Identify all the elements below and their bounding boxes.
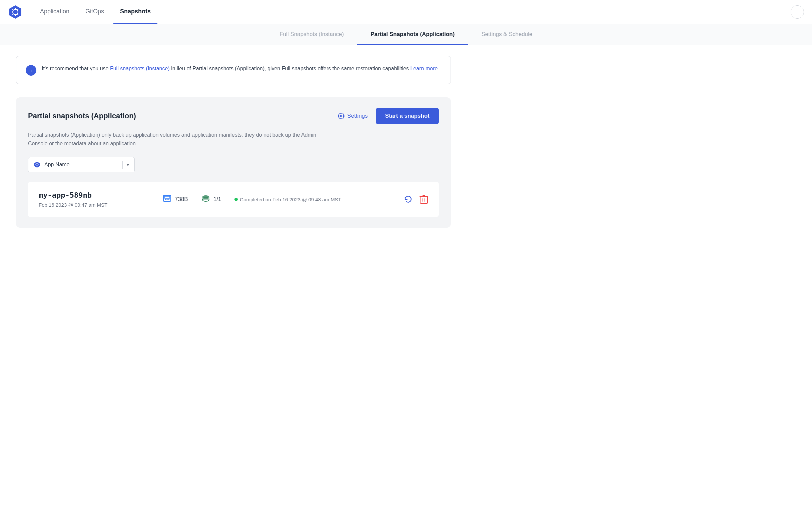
snapshot-volumes-item: 1/1 <box>201 194 221 205</box>
disk-icon <box>163 194 171 205</box>
snapshot-size: 738B <box>175 196 188 203</box>
header-actions: Settings Start a snapshot <box>338 108 439 124</box>
snapshot-size-item: 738B <box>163 194 188 205</box>
snapshot-meta: 738B 1/1 <box>163 194 393 205</box>
volumes-icon <box>201 194 210 205</box>
restore-button[interactable] <box>404 195 413 204</box>
info-text: It's recommend that you use Full snapsho… <box>42 64 439 73</box>
svg-point-10 <box>340 115 342 117</box>
nav-tab-application[interactable]: Application <box>33 0 76 24</box>
restore-icon <box>404 195 413 204</box>
svg-rect-23 <box>420 197 427 203</box>
sub-tab-full-snapshots[interactable]: Full Snapshots (Instance) <box>266 24 357 45</box>
partial-snapshots-section: Partial snapshots (Application) Settings… <box>16 97 451 228</box>
svg-marker-0 <box>9 5 21 19</box>
main-content: i It's recommend that you use Full snaps… <box>0 45 467 238</box>
snapshot-volumes: 1/1 <box>214 196 221 203</box>
snapshot-status-label: Completed <box>240 197 264 202</box>
snapshot-actions <box>404 195 428 204</box>
snapshot-status-text: Completed on Feb 16 2023 @ 09:48 am MST <box>234 197 341 202</box>
learn-more-link[interactable]: Learn more <box>410 66 438 71</box>
svg-point-21 <box>169 199 170 200</box>
gear-icon <box>338 113 345 119</box>
info-text-before: It's recommend that you use <box>42 66 110 71</box>
svg-point-19 <box>165 199 166 200</box>
nav-tab-snapshots[interactable]: Snapshots <box>113 0 157 24</box>
snapshot-status: Completed on Feb 16 2023 @ 09:48 am MST <box>234 197 341 202</box>
status-dot <box>234 198 238 201</box>
section-title: Partial snapshots (Application) <box>28 112 136 120</box>
snapshot-status-date: on Feb 16 2023 @ 09:48 am MST <box>265 197 341 202</box>
snapshot-name: my-app-589nb <box>39 191 152 199</box>
chevron-down-icon: ▾ <box>127 162 129 167</box>
delete-button[interactable] <box>420 195 428 204</box>
section-header: Partial snapshots (Application) Settings… <box>28 108 439 124</box>
ellipsis-icon: ··· <box>795 8 800 15</box>
section-description: Partial snapshots (Application) only bac… <box>28 131 328 148</box>
info-text-suffix: . <box>437 66 439 71</box>
more-options-button[interactable]: ··· <box>791 5 804 19</box>
settings-label: Settings <box>347 113 367 119</box>
info-text-after: in lieu of Partial snapshots (Applicatio… <box>171 66 410 71</box>
sub-navigation: Full Snapshots (Instance) Partial Snapsh… <box>0 24 812 45</box>
settings-link[interactable]: Settings <box>338 113 367 119</box>
snapshot-item: my-app-589nb Feb 16 2023 @ 09:47 am MST <box>28 182 439 217</box>
sub-tab-settings-schedule[interactable]: Settings & Schedule <box>468 24 546 45</box>
top-navigation: Application GitOps Snapshots ··· <box>0 0 812 24</box>
helm-icon <box>34 161 40 168</box>
info-icon: i <box>26 65 37 76</box>
main-nav-tabs: Application GitOps Snapshots <box>33 0 157 24</box>
snapshot-info: my-app-589nb Feb 16 2023 @ 09:47 am MST <box>39 191 152 208</box>
trash-icon <box>420 195 428 204</box>
start-snapshot-button[interactable]: Start a snapshot <box>376 108 439 124</box>
info-box: i It's recommend that you use Full snaps… <box>16 56 451 84</box>
svg-rect-18 <box>164 196 170 198</box>
dropdown-divider <box>122 161 123 169</box>
full-snapshots-link[interactable]: Full snapshots (Instance) <box>110 66 171 71</box>
sub-tab-partial-snapshots[interactable]: Partial Snapshots (Application) <box>357 24 468 45</box>
nav-tab-gitops[interactable]: GitOps <box>79 0 111 24</box>
snapshot-date: Feb 16 2023 @ 09:47 am MST <box>39 202 152 208</box>
app-dropdown-label: App Name <box>44 162 118 168</box>
app-name-dropdown[interactable]: App Name ▾ <box>28 157 135 172</box>
svg-marker-11 <box>34 162 40 168</box>
svg-point-20 <box>167 199 168 200</box>
app-logo <box>8 5 23 19</box>
